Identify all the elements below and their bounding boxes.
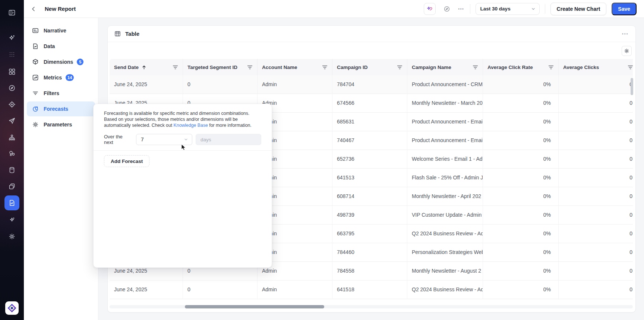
column-label: Campaign ID <box>337 65 368 70</box>
ai-assistant-button[interactable] <box>424 3 436 15</box>
forecast-unit-input[interactable] <box>196 134 261 145</box>
table-cell: 0% <box>483 113 559 131</box>
nav-label: Filters <box>44 90 59 96</box>
table-cell: 0% <box>483 169 559 187</box>
table-cell: 663795 <box>332 225 407 243</box>
ai-sparkles-icon[interactable] <box>4 31 19 46</box>
table-cell: Product Announcement - Email <box>407 131 483 150</box>
table-cell: Monthly Newsletter - April 202 <box>407 187 483 206</box>
sidebar-toggle-icon[interactable] <box>4 5 19 20</box>
table-cell: 0% <box>483 280 559 299</box>
table-cell: 0 <box>559 169 633 187</box>
table-cell: 0 <box>559 262 633 280</box>
table-cell: 0 <box>559 243 633 261</box>
filter-icon[interactable] <box>397 65 402 70</box>
horizontal-scrollbar-thumb[interactable] <box>185 305 324 308</box>
filter-icon[interactable] <box>322 65 328 70</box>
bubbles-icon[interactable] <box>4 146 19 161</box>
table-cell: Admin <box>258 75 332 94</box>
hierarchy-icon[interactable] <box>4 130 19 145</box>
filter-icon[interactable] <box>473 65 478 70</box>
nav-label: Data <box>44 43 55 49</box>
send-icon[interactable] <box>4 113 19 128</box>
table-cell: 0 <box>183 75 258 94</box>
copy-icon[interactable] <box>4 179 19 194</box>
filter-icon[interactable] <box>173 65 178 70</box>
table-cell: 0 <box>559 113 633 131</box>
column-label: Targeted Segment ID <box>187 65 237 70</box>
vertical-scrollbar-thumb[interactable] <box>631 78 633 95</box>
database-icon[interactable] <box>4 163 19 178</box>
filter-icon[interactable] <box>628 65 633 70</box>
apps-grid-icon[interactable] <box>4 47 19 62</box>
column-header-account-name[interactable]: Account Name <box>258 59 332 75</box>
dashboard-icon[interactable] <box>4 64 19 79</box>
icon-rail <box>0 0 24 320</box>
column-header-send-date[interactable]: Send Date <box>110 59 183 75</box>
mouse-cursor <box>180 144 187 151</box>
nav-item-filters[interactable]: Filters <box>27 86 95 101</box>
table-panel-menu[interactable]: ⋯ <box>622 30 629 38</box>
table-cell: 674566 <box>332 94 407 112</box>
nav-label: Forecasts <box>44 106 68 112</box>
back-button[interactable] <box>28 3 40 15</box>
table-cell: June 24, 2025 <box>110 280 183 299</box>
settings-gear-icon[interactable] <box>4 229 19 244</box>
table-cell: Flash Sale - 25% Off - Admin Ju <box>407 169 483 187</box>
table-cell: 0% <box>483 94 559 112</box>
save-button[interactable]: Save <box>612 3 637 15</box>
nav-item-dimensions[interactable]: Dimensions 5 <box>27 54 95 69</box>
nav-item-data[interactable]: Data <box>27 39 95 54</box>
sparkle-icon[interactable] <box>4 213 19 228</box>
column-label: Campaign Name <box>412 65 451 70</box>
add-forecast-button[interactable]: Add Forecast <box>104 155 149 167</box>
table-cell: Monthly Newsletter - August 2 <box>407 262 483 280</box>
nav-item-narrative[interactable]: Narrative <box>27 23 95 38</box>
table-cell: 685631 <box>332 113 407 131</box>
nav-item-forecasts[interactable]: Forecasts <box>27 101 95 116</box>
explore-compass-button[interactable] <box>441 3 453 15</box>
more-options-button[interactable]: ⋯ <box>458 5 465 12</box>
column-header-campaign-name[interactable]: Campaign Name <box>407 59 483 75</box>
column-label: Send Date <box>114 65 139 70</box>
column-label: Average Clicks <box>563 65 599 70</box>
forecast-description: Forecasting is available for specific me… <box>104 110 263 128</box>
table-cell: 0 <box>559 75 633 94</box>
knowledge-base-link[interactable]: Knowledge Base <box>174 123 208 128</box>
table-row <box>110 299 633 301</box>
dimensions-count-badge: 5 <box>77 59 83 65</box>
create-new-chart-button[interactable]: Create New Chart <box>550 3 607 15</box>
nav-label: Dimensions <box>44 59 73 65</box>
nav-item-metrics[interactable]: Metrics 14 <box>27 70 95 85</box>
app-logo[interactable] <box>5 301 19 315</box>
filter-icon[interactable] <box>247 65 253 70</box>
report-doc-icon[interactable] <box>4 195 19 210</box>
nav-label: Narrative <box>44 28 66 34</box>
table-settings-button[interactable] <box>622 46 632 56</box>
table-cell: 641513 <box>332 169 407 187</box>
column-header-targeted-segment-id[interactable]: Targeted Segment ID <box>183 59 258 75</box>
nav-label: Parameters <box>44 122 72 128</box>
date-range-select[interactable]: Last 30 days <box>476 3 540 15</box>
table-cell: 0 <box>559 206 633 224</box>
table-cell: 608714 <box>332 187 407 206</box>
sort-asc-icon[interactable] <box>142 65 146 70</box>
column-header-campaign-id[interactable]: Campaign ID <box>332 59 407 75</box>
page-title: New Report <box>45 6 76 12</box>
target-icon[interactable] <box>4 97 19 112</box>
date-range-value: Last 30 days <box>480 6 511 12</box>
table-cell: 498739 <box>332 206 407 224</box>
nav-item-parameters[interactable]: Parameters <box>27 117 95 132</box>
table-panel-title: Table <box>125 31 139 37</box>
compass-rail-icon[interactable] <box>4 81 19 95</box>
table-cell: Welcome Series - Email 1 - Adm <box>407 150 483 168</box>
column-header-average-clicks[interactable]: Average Clicks <box>559 59 633 75</box>
filter-icon[interactable] <box>548 65 554 70</box>
table-cell: Admin <box>258 280 332 299</box>
column-header-average-click-rate[interactable]: Average Click Rate <box>483 59 559 75</box>
table-cell: 784558 <box>332 262 407 280</box>
table-cell: VIP Customer Update - Admin <box>407 206 483 224</box>
table-cell: 0 <box>559 225 633 243</box>
table-cell: 0% <box>483 206 559 224</box>
table-panel-header: Table ⋯ <box>108 26 635 42</box>
